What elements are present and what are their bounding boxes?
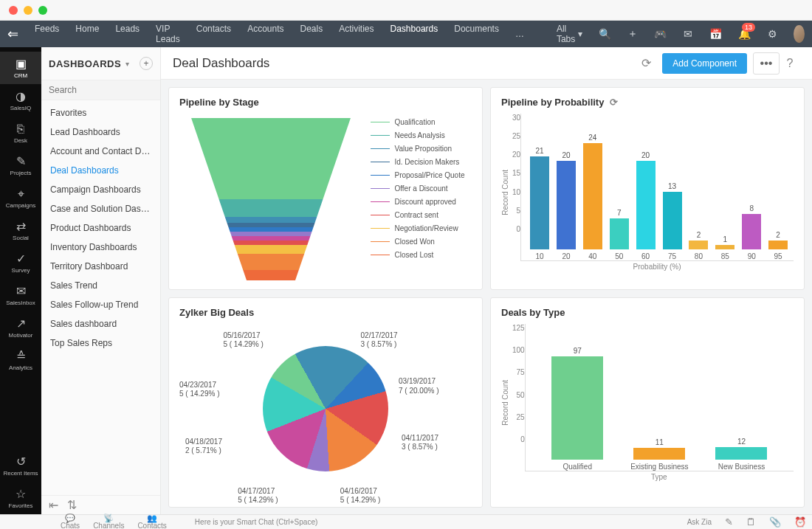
mac-close-icon[interactable]: [9, 6, 18, 15]
pie-label: 05/16/20175 ( 14.29% ): [223, 331, 263, 350]
list-sort-icon[interactable]: ⇅: [67, 498, 77, 512]
pie-label: 04/11/20173 ( 8.57% ): [402, 434, 438, 452]
sidebar-item[interactable]: Favorites: [41, 103, 160, 122]
bar: [689, 241, 708, 249]
rail-motivator[interactable]: ↗Motivator: [0, 311, 41, 344]
survey-icon: ✓: [16, 252, 26, 266]
bb-contacts[interactable]: 👥Contacts: [137, 514, 166, 529]
nav-leads[interactable]: Leads: [115, 24, 140, 44]
bar-column: 2020: [555, 151, 577, 260]
search-icon[interactable]: 🔍: [599, 26, 611, 42]
sidebar-item[interactable]: Campaign Dashboards: [41, 180, 160, 199]
bb-clip-icon[interactable]: 📎: [769, 516, 781, 528]
card-zylker-big-deals: Zylker Big Deals 02/17/20173 ( 8.57% )03…: [168, 297, 483, 508]
ask-zia-button[interactable]: Ask Zia: [687, 518, 712, 526]
rail-favorites[interactable]: ☆Favorites: [0, 482, 41, 514]
bb-clock-icon[interactable]: ⏰: [794, 516, 806, 528]
motivator-icon: ↗: [16, 317, 26, 331]
nav-activities[interactable]: Activities: [339, 24, 374, 44]
card-pipeline-by-stage: Pipeline by Stage QualificationNeeds Ana…: [168, 87, 483, 290]
sidebar-item[interactable]: Sales Follow-up Trend: [41, 295, 160, 314]
sidebar-item[interactable]: Lead Dashboards: [41, 122, 160, 142]
sidebar-item[interactable]: Inventory Dashboards: [41, 238, 160, 257]
pie-label: 03/19/20177 ( 20.00% ): [399, 377, 438, 395]
bottom-bar: 💬Chats 📡Channels 👥Contacts Here is your …: [0, 514, 812, 529]
bb-channels[interactable]: 📡Channels: [93, 514, 124, 529]
sidebar-item[interactable]: Account and Contact Da…: [41, 142, 160, 161]
rail-survey[interactable]: ✓Survey: [0, 246, 41, 279]
sidebar-item[interactable]: Sales dashboard: [41, 314, 160, 333]
bar: [636, 161, 656, 249]
nav-vip-leads[interactable]: VIP Leads: [156, 24, 180, 44]
bb-edit-icon[interactable]: ✎: [725, 516, 733, 528]
plus-icon[interactable]: ＋: [627, 26, 638, 42]
legend-item: Proposal/Price Quote: [371, 171, 464, 179]
sidebar-item[interactable]: Deal Dashboards: [41, 161, 160, 180]
rail-recent-items[interactable]: ↺Recent Items: [0, 449, 41, 482]
nav-contacts[interactable]: Contacts: [196, 24, 231, 44]
bb-chats[interactable]: 💬Chats: [61, 514, 80, 529]
bar-column: 890: [740, 204, 763, 260]
refresh-icon[interactable]: ⟳: [636, 53, 656, 74]
mac-max-icon[interactable]: [38, 6, 47, 15]
top-nav: ⇐ FeedsHomeLeadsVIP LeadsContactsAccount…: [0, 21, 812, 47]
rail-projects[interactable]: ✎Projects: [0, 149, 41, 181]
rail-salesinbox[interactable]: ✉SalesInbox: [0, 279, 41, 311]
bell-icon[interactable]: 🔔13: [738, 26, 751, 42]
collapse-sidebar-icon[interactable]: ⇤: [49, 498, 58, 512]
card-title: Pipeline by Stage: [179, 97, 259, 108]
nav-dashboards[interactable]: Dashboards: [390, 24, 438, 44]
legend-item: Qualification: [371, 118, 464, 126]
nav-deals[interactable]: Deals: [300, 24, 323, 44]
rail-campaigns[interactable]: ⌖Campaigns: [0, 181, 41, 214]
bar-column: 2060: [635, 151, 657, 260]
x-axis-label: Type: [525, 473, 794, 481]
rail-crm[interactable]: ▣CRM: [0, 52, 41, 84]
all-tabs-dropdown[interactable]: All Tabs ▾: [557, 24, 582, 44]
rail-social[interactable]: ⇄Social: [0, 214, 41, 246]
rail-analytics[interactable]: ≙Analytics: [0, 344, 41, 376]
sidebar-search-input[interactable]: [41, 80, 160, 100]
new-dashboard-button[interactable]: +: [140, 57, 153, 70]
sidebar-item[interactable]: Territory Dashboard: [41, 257, 160, 276]
rail-desk[interactable]: ⎘Desk: [0, 117, 41, 149]
legend-item: Negotiation/Review: [371, 224, 464, 232]
mail-icon[interactable]: ✉: [683, 26, 693, 42]
gamepad-icon[interactable]: 🎮: [654, 26, 667, 42]
nav-documents[interactable]: Documents: [454, 24, 499, 44]
help-icon[interactable]: ?: [780, 53, 800, 74]
crm-icon: ▣: [16, 57, 27, 71]
calendar-icon[interactable]: 📅: [709, 26, 722, 42]
sidebar-item[interactable]: Case and Solution Dash…: [41, 199, 160, 218]
smart-chat-hint[interactable]: Here is your Smart Chat (Ctrl+Space): [180, 518, 674, 526]
rail-salesiq[interactable]: ◑SalesIQ: [0, 84, 41, 117]
page-title: Deal Dashboards: [173, 56, 269, 71]
sidebar-item[interactable]: Top Sales Reps: [41, 333, 160, 353]
bar-column: 2440: [582, 134, 604, 260]
mac-min-icon[interactable]: [24, 6, 32, 15]
nav-overflow[interactable]: …: [515, 29, 524, 39]
y-axis-label: Record Count: [501, 380, 509, 426]
card-refresh-icon[interactable]: ⟳: [610, 97, 618, 108]
card-title: Deals by Type: [501, 307, 565, 318]
more-options-button[interactable]: •••: [753, 52, 780, 75]
nav-home[interactable]: Home: [75, 24, 99, 44]
bb-note-icon[interactable]: 🗒: [746, 516, 756, 528]
pie-label: 04/16/20175 ( 14.29% ): [340, 487, 380, 505]
nav-accounts[interactable]: Accounts: [247, 24, 283, 44]
legend-item: Id. Decision Makers: [371, 158, 464, 166]
nav-feeds[interactable]: Feeds: [35, 24, 59, 44]
sidebar-item[interactable]: Product Dashboards: [41, 218, 160, 238]
back-arrow-icon[interactable]: ⇐: [7, 26, 18, 42]
bar: [715, 447, 767, 460]
user-avatar[interactable]: [794, 25, 805, 43]
legend-item: Closed Won: [371, 238, 464, 246]
add-component-button[interactable]: Add Component: [662, 53, 747, 74]
salesinbox-icon: ✉: [16, 284, 26, 298]
sidebar-dropdown-icon[interactable]: ▾: [125, 60, 129, 68]
settings-icon[interactable]: ⚙: [767, 26, 777, 42]
sidebar-item[interactable]: Sales Trend: [41, 276, 160, 295]
main-content: Deal Dashboards ⟳ Add Component ••• ? Pi…: [161, 47, 812, 514]
pie-label: 04/23/20175 ( 14.29% ): [179, 381, 219, 399]
y-axis-label: Record Count: [501, 170, 509, 215]
